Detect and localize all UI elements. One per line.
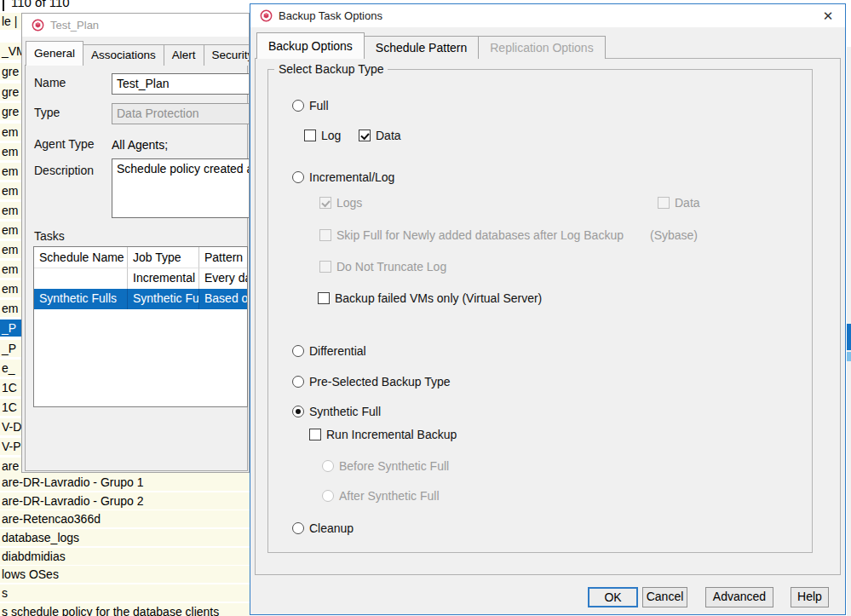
tab-schedule-pattern[interactable]: Schedule Pattern (364, 36, 479, 59)
checkbox-icon (304, 130, 316, 141)
list-item[interactable]: diabdmidias (0, 548, 250, 565)
option-label: Synthetic Full (309, 405, 381, 418)
option-label: Run Incremental Backup (326, 428, 457, 441)
option-label: Incremental/Log (309, 170, 394, 184)
checkbox-checked-icon (359, 130, 371, 141)
col-pattern[interactable]: Pattern (199, 247, 247, 268)
radio-disabled-icon (322, 490, 334, 502)
backup-task-options-dialog: Backup Task Options ✕ Backup Options Sch… (250, 3, 846, 615)
option-label: Pre-Selected Backup Type (309, 375, 451, 389)
grid-divider (3, 0, 4, 11)
test-plan-dialog: Test_Plan General Associations Alert Sec… (21, 13, 250, 473)
pre-selected-radio[interactable]: Pre-Selected Backup Type (292, 374, 451, 389)
table-row[interactable]: Incremental Every da (34, 268, 247, 289)
logs-checkbox: Logs (319, 195, 362, 210)
cell: Every da (199, 268, 247, 289)
table-row-selected[interactable]: Synthetic Fulls Synthetic Full Based o (34, 289, 247, 309)
name-label: Name (34, 76, 66, 89)
differential-radio[interactable]: Differential (292, 343, 366, 359)
radio-disabled-icon (322, 460, 334, 472)
radio-selected-icon (292, 406, 304, 417)
agent-type-value: All Agents; (112, 138, 168, 152)
col-job-type[interactable]: Job Type (128, 247, 199, 268)
list-item[interactable]: database_logs (0, 529, 250, 546)
record-counter: 110 of 110 (11, 0, 70, 9)
task-dialog-title: Backup Task Options (279, 9, 382, 22)
full-radio[interactable]: Full (292, 98, 329, 113)
checkbox-disabled-icon (658, 197, 670, 209)
checkbox-disabled-icon (319, 261, 331, 273)
tab-general[interactable]: General (26, 41, 83, 66)
tab-security[interactable]: Security (204, 44, 250, 66)
description-field[interactable]: Schedule policy created a (112, 158, 250, 218)
checkbox-checked-disabled-icon (319, 197, 331, 209)
app-icon (32, 19, 44, 32)
ok-button[interactable]: OK (588, 587, 638, 607)
checkbox-disabled-icon (319, 229, 331, 241)
do-not-truncate-checkbox: Do Not Truncate Log (319, 259, 446, 274)
option-label: Before Synthetic Full (339, 459, 449, 473)
tab-replication-options: Replication Options (478, 36, 605, 59)
backup-failed-vms-checkbox[interactable]: Backup failed VMs only (Virtual Server) (318, 291, 542, 306)
background-window-titlebar-edge (847, 0, 851, 47)
radio-icon (292, 171, 304, 183)
tasks-label: Tasks (34, 229, 65, 243)
synthetic-full-radio[interactable]: Synthetic Full (292, 404, 381, 419)
help-button[interactable]: Help (791, 587, 829, 607)
group-title: Select Backup Type (274, 62, 388, 76)
tab-alert[interactable]: Alert (164, 44, 204, 66)
cell: Synthetic Full (128, 289, 199, 309)
cell: Based o (199, 289, 247, 309)
log-checkbox[interactable]: Log (304, 128, 341, 143)
col-schedule-name[interactable]: Schedule Name (34, 247, 128, 268)
radio-icon (292, 522, 304, 534)
plan-tabs: General Associations Alert Security (26, 41, 250, 66)
run-incremental-checkbox[interactable]: Run Incremental Backup (309, 427, 457, 442)
option-label: Logs (336, 196, 362, 210)
plan-dialog-title: Test_Plan (50, 19, 99, 32)
option-label: Data (376, 129, 401, 142)
option-label: Cleanup (309, 521, 354, 535)
cancel-button[interactable]: Cancel (642, 587, 687, 607)
plan-dialog-titlebar[interactable]: Test_Plan (22, 14, 249, 37)
option-label: Log (321, 129, 341, 142)
option-label: Data (675, 196, 700, 210)
tasks-table-header: Schedule Name Job Type Pattern (34, 247, 247, 268)
radio-icon (292, 100, 304, 112)
background-scrollbar-edge-light (847, 352, 851, 361)
tab-associations[interactable]: Associations (83, 44, 164, 66)
skip-full-checkbox: Skip Full for Newly added databases afte… (319, 227, 624, 243)
incremental-log-radio[interactable]: Incremental/Log (292, 170, 394, 185)
type-field: Data Protection (112, 103, 250, 124)
radio-icon (292, 345, 304, 357)
advanced-button[interactable]: Advanced (705, 587, 773, 607)
list-item[interactable]: lows OSes (0, 566, 250, 583)
list-item[interactable]: are-DR-Lavradio - Grupo 1 (0, 474, 250, 491)
option-label: Differential (309, 344, 366, 358)
type-label: Type (34, 106, 60, 119)
background-scrollbar-edge (847, 324, 851, 350)
name-field[interactable]: Test_Plan (112, 73, 250, 95)
agent-type-label: Agent Type (34, 137, 95, 151)
option-label: Do Not Truncate Log (336, 260, 446, 273)
before-synthetic-radio: Before Synthetic Full (322, 458, 449, 474)
tab-backup-options[interactable]: Backup Options (256, 32, 365, 59)
list-item[interactable]: s schedule policy for the database clien… (0, 603, 250, 616)
option-label: Full (309, 99, 329, 112)
close-icon[interactable]: ✕ (818, 8, 838, 25)
data-checkbox[interactable]: Data (359, 128, 401, 143)
option-label: Skip Full for Newly added databases afte… (336, 228, 624, 242)
cleanup-radio[interactable]: Cleanup (292, 521, 354, 536)
option-label: After Synthetic Full (339, 489, 440, 503)
list-item[interactable]: are-Retencao366d (0, 510, 250, 527)
list-item[interactable]: s (0, 584, 250, 602)
checkbox-icon (309, 429, 321, 440)
select-backup-type-group (267, 69, 813, 553)
background-window-edge (847, 0, 851, 616)
app-icon (260, 9, 273, 22)
task-dialog-titlebar[interactable]: Backup Task Options ✕ (250, 4, 845, 27)
cell: Synthetic Fulls (34, 289, 128, 309)
description-label: Description (34, 164, 94, 177)
task-tabs: Backup Options Schedule Pattern Replicat… (256, 32, 606, 59)
list-item[interactable]: are-DR-Lavradio - Grupo 2 (0, 492, 250, 509)
